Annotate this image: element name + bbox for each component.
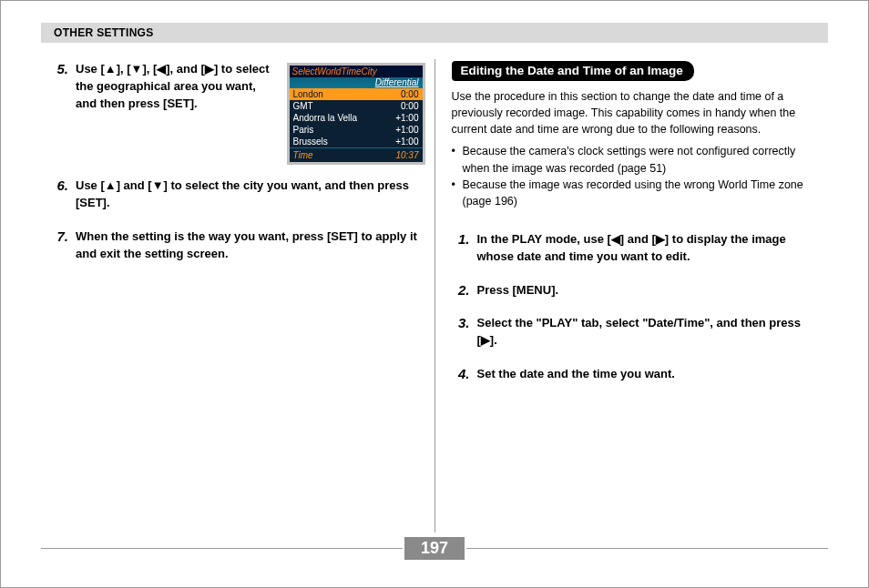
- step-5-row: 5. Use [▲], [▼], [◀], and [▶] to select …: [50, 61, 425, 165]
- footer-rule-left: [41, 548, 403, 549]
- right-column: Editing the Date and Time of an Image Us…: [435, 54, 825, 532]
- step-number: 2.: [452, 282, 470, 299]
- bullet-list: • Because the camera's clock settings we…: [452, 143, 823, 209]
- bullet-item: • Because the camera's clock settings we…: [452, 143, 823, 176]
- lcd-title: SelectWorldTimeCity: [290, 66, 423, 77]
- step-4: 4. Set the date and the time you want.: [452, 366, 823, 383]
- manual-page: OTHER SETTINGS 5. Use [▲], [▼], [◀], and…: [0, 0, 869, 588]
- lcd-time-label: Time: [293, 150, 313, 160]
- section-heading-pill: Editing the Date and Time of an Image: [452, 61, 694, 81]
- step-text: Set the date and the time you want.: [477, 366, 675, 383]
- intro-paragraph: Use the procedure in this section to cha…: [452, 88, 823, 137]
- lcd-row: Andorra la Vella +1:00: [290, 112, 423, 124]
- lcd-diff-value: 0:00: [401, 89, 418, 99]
- step-text: Use [▲] and [▼] to select the city you w…: [76, 177, 425, 212]
- bullet-text: Because the image was recorded using the…: [463, 177, 823, 209]
- footer-rule-right: [466, 548, 828, 549]
- bullet-dot-icon: •: [452, 143, 459, 176]
- lcd-diff-value: +1:00: [395, 137, 418, 147]
- lcd-city: London: [293, 89, 323, 99]
- lcd-diff-value: +1:00: [395, 113, 418, 123]
- section-header-bar: OTHER SETTINGS: [41, 23, 828, 43]
- lcd-row: Paris +1:00: [290, 124, 423, 136]
- step-number: 3.: [452, 315, 470, 350]
- lcd-differential-label: Differential: [290, 77, 423, 88]
- lcd-row: GMT 0:00: [290, 100, 423, 112]
- page-number-bar: 197: [41, 536, 828, 560]
- lcd-diff-value: +1:00: [395, 125, 418, 135]
- lcd-footer: Time 10:37: [290, 147, 423, 162]
- lcd-time-value: 10:37: [395, 150, 418, 160]
- lcd-screenshot: SelectWorldTimeCity Differential London …: [287, 63, 425, 165]
- bullet-item: • Because the image was recorded using t…: [452, 177, 823, 209]
- step-6: 6. Use [▲] and [▼] to select the city yo…: [50, 177, 425, 212]
- step-text: In the PLAY mode, use [◀] and [▶] to dis…: [477, 231, 823, 266]
- lcd-city: GMT: [293, 101, 313, 111]
- lcd-city: Andorra la Vella: [293, 113, 358, 123]
- section-header-title: OTHER SETTINGS: [54, 26, 154, 39]
- step-7: 7. When the setting is the way you want,…: [50, 228, 425, 263]
- lcd-city: Paris: [293, 125, 314, 135]
- step-number: 7.: [50, 228, 68, 263]
- lcd-row: Brussels +1:00: [290, 136, 423, 147]
- lcd-diff-value: 0:00: [401, 101, 418, 111]
- step-3: 3. Select the "PLAY" tab, select "Date/T…: [452, 315, 823, 350]
- lcd-city: Brussels: [293, 137, 328, 147]
- step-text: Press [MENU].: [477, 282, 559, 299]
- bullet-text: Because the camera's clock settings were…: [463, 143, 823, 176]
- step-text: Use [▲], [▼], [◀], and [▶] to select the…: [76, 61, 280, 113]
- step-5: 5. Use [▲], [▼], [◀], and [▶] to select …: [50, 61, 280, 113]
- step-number: 6.: [50, 177, 68, 212]
- content-columns: 5. Use [▲], [▼], [◀], and [▶] to select …: [45, 54, 824, 532]
- step-text: Select the "PLAY" tab, select "Date/Time…: [477, 315, 823, 350]
- right-steps: 1. In the PLAY mode, use [◀] and [▶] to …: [452, 231, 823, 383]
- bullet-dot-icon: •: [452, 177, 459, 209]
- page-number: 197: [404, 537, 465, 560]
- left-column: 5. Use [▲], [▼], [◀], and [▶] to select …: [45, 54, 434, 532]
- step-1: 1. In the PLAY mode, use [◀] and [▶] to …: [452, 231, 823, 266]
- lcd-row-selected: London 0:00: [290, 88, 423, 100]
- step-number: 1.: [452, 231, 470, 266]
- step-2: 2. Press [MENU].: [452, 282, 823, 299]
- step-text: When the setting is the way you want, pr…: [76, 228, 425, 263]
- step-number: 5.: [50, 61, 68, 113]
- step-number: 4.: [452, 366, 470, 383]
